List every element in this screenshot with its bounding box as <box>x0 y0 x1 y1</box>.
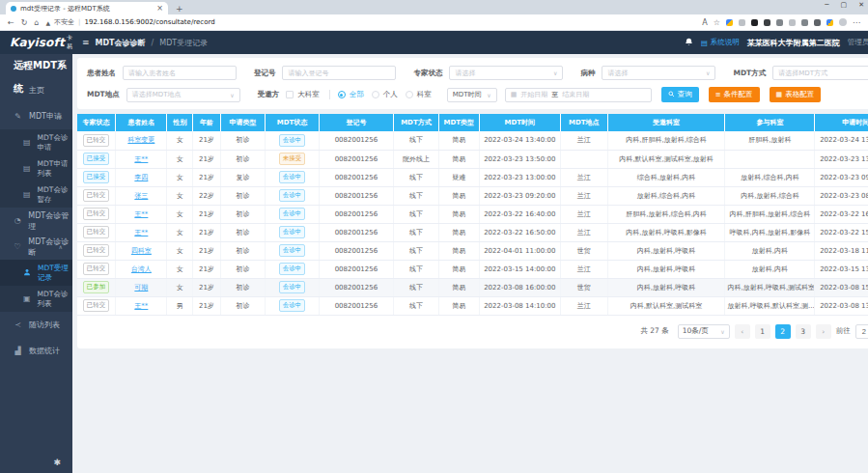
extension-icon[interactable] <box>764 19 770 26</box>
mdt-location-select[interactable]: 请选择MDT地点 ∨ <box>126 88 240 102</box>
page-size-select[interactable]: 10条/页 ∨ <box>678 324 730 339</box>
date-range-picker[interactable]: ▦ 开始日期 至 结束日期 <box>505 88 652 102</box>
reload-icon[interactable]: ↻ <box>21 18 28 27</box>
table-row[interactable]: 已接受王**女21岁初诊未接受0082001256院外线上简易2022-03-2… <box>77 150 868 168</box>
invitee-radio-personal[interactable] <box>372 91 379 98</box>
window-minimize-button[interactable]: ─ <box>825 1 828 9</box>
new-tab-button[interactable]: + <box>176 4 183 14</box>
cell-reg-no: 0082001256 <box>319 168 394 186</box>
settings-gear-icon[interactable]: ✱ <box>53 458 61 467</box>
sidebar-item-followup-list[interactable]: ≺ 随访列表 <box>0 312 72 338</box>
cell-mdt-time: 2022-03-22 16:50:00 <box>479 223 560 241</box>
invitee-radio-all[interactable] <box>338 91 346 98</box>
favorite-star-icon[interactable]: ☆ <box>714 18 720 27</box>
table-row[interactable]: 已转交张三女22岁初诊会诊中0082001256线下简易2022-03-23 0… <box>77 186 868 205</box>
table-row[interactable]: 已参加可期女21岁初诊会诊中0082001256线下简易2022-03-08 1… <box>77 278 868 296</box>
col-apply-time: 申请时间 <box>815 114 868 131</box>
sidebar-collapse-icon[interactable]: ≡ <box>82 38 90 47</box>
patient-name-link[interactable]: 王** <box>134 210 148 218</box>
system-help-link[interactable]: ▤ 系统说明 <box>701 38 740 47</box>
time-field-select[interactable]: MDT时间 ∨ <box>447 88 497 102</box>
sidebar-item-mdt-diagnosis[interactable]: ♡ MDT会诊诊断 ∧ <box>0 234 72 260</box>
date-end-placeholder: 结束日期 <box>562 90 589 99</box>
help-icon: ▤ <box>701 39 708 47</box>
table-row[interactable]: 已转交王**男21岁初诊会诊中0082001256线下简易2022-03-08 … <box>77 296 868 315</box>
patient-name-link[interactable]: 王** <box>134 229 148 236</box>
total-count: 共 27 条 <box>640 326 668 336</box>
next-page-button[interactable]: › <box>816 324 831 339</box>
table-config-button[interactable]: ▦ 表格配置 <box>770 87 822 102</box>
dept-group-checkbox[interactable] <box>286 91 294 98</box>
window-close-button[interactable]: ✕ <box>858 1 864 9</box>
extension-icon[interactable] <box>776 19 783 26</box>
mdt-mode-select[interactable]: 请选择MDT方式 ∨ <box>772 66 868 80</box>
search-button[interactable]: 查询 <box>661 87 699 102</box>
sidebar-item-mdt-record[interactable]: MDT受理记录 <box>0 260 72 286</box>
table-row[interactable]: 已转交四科室女21岁初诊会诊中0082001256线下简易2022-04-01 … <box>77 241 868 260</box>
extension-icon[interactable] <box>751 19 758 26</box>
table-row[interactable]: 已转交王**女21岁初诊会诊中0082001256线下简易2022-03-22 … <box>77 205 868 223</box>
prev-page-button[interactable]: ‹ <box>735 324 750 339</box>
read-aloud-icon[interactable]: A <box>702 18 707 27</box>
table-row[interactable]: 已转交科室变更女21岁初诊会诊中0082001256线下简易2022-03-24… <box>77 131 868 150</box>
back-icon[interactable]: ← <box>8 18 14 27</box>
expert-status-select[interactable]: 请选择 ∨ <box>449 66 563 80</box>
sidebar-item-mdt-apply[interactable]: ✎ MDT申请 ∧ <box>0 103 72 129</box>
patient-name-link[interactable]: 四科室 <box>131 247 152 255</box>
invitee-radio-dept[interactable] <box>406 91 413 98</box>
cell-expert-status: 已转交 <box>77 131 116 150</box>
table-row[interactable]: 已接受李四女21岁复诊会诊中0082001256线下疑难2022-03-23 1… <box>77 168 868 186</box>
extension-icon[interactable] <box>739 19 745 26</box>
extension-icon[interactable] <box>726 19 733 26</box>
split-screen-icon[interactable] <box>801 19 808 26</box>
cell-name: 李四 <box>116 168 167 186</box>
sidebar-item-mdt-apply-list[interactable]: ▤ MDT申请列表 <box>0 155 72 181</box>
sidebar-item-home[interactable]: ⌂ 主页 <box>0 77 72 103</box>
browser-tab-strip: mdt受理记录 - 远程MDT系统 × + ─ ▢ ✕ <box>0 0 868 14</box>
dept-group-checkbox-label: 大科室 <box>297 90 320 99</box>
sidebar-item-mdt-consult-apply[interactable]: ▤ MDT会诊申请 <box>0 129 72 155</box>
patient-name-link[interactable]: 科室变更 <box>127 136 154 144</box>
register-no-input[interactable] <box>282 66 396 80</box>
page-button-2[interactable]: 2 <box>775 324 791 339</box>
extensions-puzzle-icon[interactable] <box>814 19 821 26</box>
patient-name-link[interactable]: 王** <box>134 155 148 163</box>
cell-location: 世贸 <box>560 278 607 296</box>
chevron-down-icon: ∨ <box>487 92 490 98</box>
cell-mdt-time: 2022-03-23 13:50:00 <box>479 150 560 168</box>
patient-name-link[interactable]: 张三 <box>134 192 148 200</box>
disease-select[interactable]: 请选择 ∨ <box>602 66 715 80</box>
mdt-status-tag: 会诊中 <box>279 171 306 183</box>
col-invited-depts: 受邀科室 <box>607 114 725 131</box>
condition-config-button[interactable]: ≡ 条件配置 <box>709 87 760 102</box>
url-field[interactable]: ▲ 不安全 | 192.168.0.156:9002/consultate/re… <box>45 17 695 27</box>
cell-apply-type: 初诊 <box>220 150 266 168</box>
sidebar-item-mdt-consult-draft[interactable]: ▤ MDT会诊暂存 <box>0 181 72 208</box>
patient-name-link[interactable]: 王** <box>134 302 148 310</box>
patient-name-input[interactable] <box>123 66 237 80</box>
page-button-3[interactable]: 3 <box>796 324 811 339</box>
cell-joined: 内科,放射科,综合科 <box>725 186 815 205</box>
notification-bell-icon[interactable] <box>685 38 693 48</box>
table-row[interactable]: 已转交王**女21岁初诊会诊中0082001256线下简易2022-03-22 … <box>77 223 868 241</box>
cell-joined: 内科,肝胆科,放射科,综合科 <box>725 205 815 223</box>
window-maximize-button[interactable]: ▢ <box>841 1 848 9</box>
patient-name-link[interactable]: 李四 <box>134 174 148 181</box>
browser-profile-avatar[interactable] <box>839 18 847 26</box>
sidebar-item-statistics[interactable]: ▟ 数据统计 <box>0 338 72 364</box>
patient-name-link[interactable]: 可期 <box>134 284 148 292</box>
cell-name: 四科室 <box>116 241 167 260</box>
browser-essentials-icon[interactable] <box>826 19 833 26</box>
table-row[interactable]: 已转交台湾人女21岁初诊会诊中0082001256线下简易2022-03-15 … <box>77 260 868 278</box>
extension-icon[interactable] <box>789 19 796 26</box>
sidebar-item-mdt-manage[interactable]: ◔ MDT会诊管理 <box>0 208 72 234</box>
browser-tab[interactable]: mdt受理记录 - 远程MDT系统 × <box>6 2 168 14</box>
patient-name-link[interactable]: 台湾人 <box>131 265 152 273</box>
home-nav-icon[interactable]: ⌂ <box>34 18 39 27</box>
page-button-1[interactable]: 1 <box>755 324 770 339</box>
more-menu-icon[interactable]: ⋯ <box>853 18 860 27</box>
goto-page-input[interactable] <box>855 324 868 339</box>
sidebar-item-mdt-consult-list[interactable]: ▣ MDT会诊列表 <box>0 286 72 312</box>
tab-close-icon[interactable]: × <box>156 4 163 13</box>
cell-name: 台湾人 <box>116 260 167 278</box>
